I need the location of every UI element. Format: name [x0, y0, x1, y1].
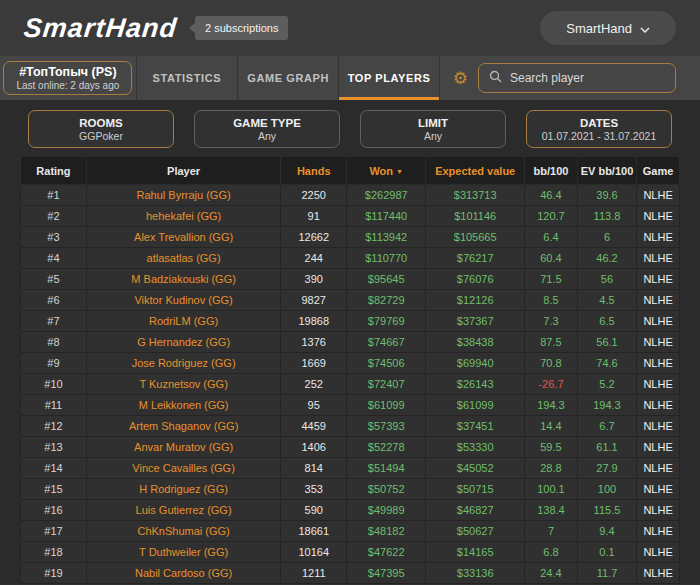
cell-game: NLHE [637, 206, 680, 227]
cell-won: $61099 [347, 395, 426, 416]
cell-player-name[interactable]: T Kuznetsov (GG) [86, 374, 280, 395]
cell-hands: 590 [281, 500, 347, 521]
cell-bb100: 46.4 [525, 185, 578, 206]
table-row[interactable]: #12 Artem Shaganov (GG) 4459 $57393 $374… [21, 416, 680, 437]
filter-game-type[interactable]: GAME TYPE Any [194, 110, 340, 148]
cell-ev-bb100: 11.7 [577, 563, 636, 584]
cell-player-name[interactable]: atlasatlas (GG) [86, 248, 280, 269]
cell-won: $72407 [347, 374, 426, 395]
cell-expected-value: $50627 [426, 521, 525, 542]
cell-player-name[interactable]: H Rodriguez (GG) [86, 479, 280, 500]
column-header-player[interactable]: Player [86, 157, 280, 185]
cell-game: NLHE [637, 290, 680, 311]
cell-won: $49989 [347, 500, 426, 521]
cell-bb100: 6.4 [525, 227, 578, 248]
cell-player-name[interactable]: Vince Cavailles (GG) [86, 458, 280, 479]
table-row[interactable]: #6 Viktor Kudinov (GG) 9827 $82729 $1212… [21, 290, 680, 311]
table-row[interactable]: #3 Alex Trevallion (GG) 12662 $113942 $1… [21, 227, 680, 248]
table-row[interactable]: #16 Luis Gutierrez (GG) 590 $49989 $4682… [21, 500, 680, 521]
column-header-ev-bb100[interactable]: EV bb/100 [577, 157, 636, 185]
cell-player-name[interactable]: Anvar Muratov (GG) [86, 437, 280, 458]
column-header-game[interactable]: Game [637, 157, 680, 185]
cell-bb100: 28.8 [525, 458, 578, 479]
cell-player-name[interactable]: Nabil Cardoso (GG) [86, 563, 280, 584]
cell-player-name[interactable]: Viktor Kudinov (GG) [86, 290, 280, 311]
table-row[interactable]: #5 M Badziakouski (GG) 390 $95645 $76076… [21, 269, 680, 290]
table-row[interactable]: #13 Anvar Muratov (GG) 1406 $52278 $5333… [21, 437, 680, 458]
column-header-expected-value[interactable]: Expected value [426, 157, 525, 185]
table-row[interactable]: #4 atlasatlas (GG) 244 $110770 $76217 60… [21, 248, 680, 269]
cell-ev-bb100: 56.1 [577, 332, 636, 353]
filter-rooms-label: ROOMS [79, 117, 122, 130]
table-row[interactable]: #11 M Leikkonen (GG) 95 $61099 $61099 19… [21, 395, 680, 416]
cell-rating: #17 [21, 521, 87, 542]
column-header-won[interactable]: Won▼ [347, 157, 426, 185]
cell-player-name[interactable]: ChKnShumai (GG) [86, 521, 280, 542]
cell-player-name[interactable]: M Badziakouski (GG) [86, 269, 280, 290]
cell-rating: #5 [21, 269, 87, 290]
cell-hands: 91 [281, 206, 347, 227]
cell-bb100: 14.4 [525, 416, 578, 437]
sort-desc-icon: ▼ [396, 168, 403, 175]
cell-hands: 1406 [281, 437, 347, 458]
cell-rating: #8 [21, 332, 87, 353]
subscriptions-badge[interactable]: 2 subscriptions [195, 16, 288, 40]
cell-player-name[interactable]: Luis Gutierrez (GG) [86, 500, 280, 521]
cell-bb100: 100.1 [525, 479, 578, 500]
cell-rating: #15 [21, 479, 87, 500]
table-row[interactable]: #9 Jose Rodriguez (GG) 1669 $74506 $6994… [21, 353, 680, 374]
cell-player-name[interactable]: Alex Trevallion (GG) [86, 227, 280, 248]
table-row[interactable]: #15 H Rodriguez (GG) 353 $50752 $50715 1… [21, 479, 680, 500]
cell-player-name[interactable]: Jose Rodriguez (GG) [86, 353, 280, 374]
cell-hands: 10164 [281, 542, 347, 563]
table-row[interactable]: #10 T Kuznetsov (GG) 252 $72407 $26143 -… [21, 374, 680, 395]
filter-limit[interactable]: LIMIT Any [360, 110, 506, 148]
cell-expected-value: $33136 [426, 563, 525, 584]
cell-ev-bb100: 100 [577, 479, 636, 500]
filter-dates[interactable]: DATES 01.07.2021 - 31.07.2021 [526, 110, 672, 148]
player-search-box[interactable] [478, 63, 676, 93]
column-header-bb100[interactable]: bb/100 [525, 157, 578, 185]
app-logo: SmartHand [22, 13, 178, 44]
cell-ev-bb100: 6 [577, 227, 636, 248]
cell-game: NLHE [637, 353, 680, 374]
account-menu-label: SmartHand [566, 21, 632, 36]
table-row[interactable]: #14 Vince Cavailles (GG) 814 $51494 $450… [21, 458, 680, 479]
filter-rooms[interactable]: ROOMS GGPoker [28, 110, 174, 148]
tab-game-graph[interactable]: GAME GRAPH [237, 56, 338, 100]
top-players-table: Rating Player Hands Won▼ Expected value … [20, 156, 680, 585]
cell-player-name[interactable]: M Leikkonen (GG) [86, 395, 280, 416]
table-row[interactable]: #18 T Duthweiler (GG) 10164 $47622 $1416… [21, 542, 680, 563]
cell-game: NLHE [637, 395, 680, 416]
cell-hands: 1669 [281, 353, 347, 374]
cell-ev-bb100: 194.3 [577, 395, 636, 416]
tabbar-right-section: ⚙ [440, 56, 700, 100]
tab-statistics[interactable]: STATISTICS [136, 56, 237, 100]
cell-expected-value: $313713 [426, 185, 525, 206]
tab-top-players[interactable]: TOP PLAYERS [338, 56, 439, 100]
cell-hands: 1376 [281, 332, 347, 353]
table-row[interactable]: #1 Rahul Byrraju (GG) 2250 $262987 $3137… [21, 185, 680, 206]
cell-player-name[interactable]: Artem Shaganov (GG) [86, 416, 280, 437]
filter-game-type-value: Any [258, 130, 276, 142]
cell-game: NLHE [637, 542, 680, 563]
column-header-hands[interactable]: Hands [281, 157, 347, 185]
table-row[interactable]: #17 ChKnShumai (GG) 18661 $48182 $50627 … [21, 521, 680, 542]
table-row[interactable]: #19 Nabil Cardoso (GG) 1211 $47395 $3313… [21, 563, 680, 584]
cell-player-name[interactable]: RodriLM (GG) [86, 311, 280, 332]
cell-won: $74667 [347, 332, 426, 353]
account-menu-button[interactable]: SmartHand [540, 11, 676, 45]
table-row[interactable]: #7 RodriLM (GG) 19868 $79769 $37367 7.3 … [21, 311, 680, 332]
search-input[interactable] [510, 71, 665, 85]
table-row[interactable]: #2 hehekafei (GG) 91 $117440 $101146 120… [21, 206, 680, 227]
profile-tab[interactable]: #ТопТопыч (PS) Last online: 2 days ago [3, 61, 132, 95]
cell-hands: 18661 [281, 521, 347, 542]
cell-player-name[interactable]: hehekafei (GG) [86, 206, 280, 227]
gear-icon[interactable]: ⚙ [453, 70, 468, 87]
cell-player-name[interactable]: G Hernandez (GG) [86, 332, 280, 353]
table-row[interactable]: #8 G Hernandez (GG) 1376 $74667 $38438 8… [21, 332, 680, 353]
cell-ev-bb100: 9.4 [577, 521, 636, 542]
column-header-rating[interactable]: Rating [21, 157, 87, 185]
cell-player-name[interactable]: Rahul Byrraju (GG) [86, 185, 280, 206]
cell-player-name[interactable]: T Duthweiler (GG) [86, 542, 280, 563]
